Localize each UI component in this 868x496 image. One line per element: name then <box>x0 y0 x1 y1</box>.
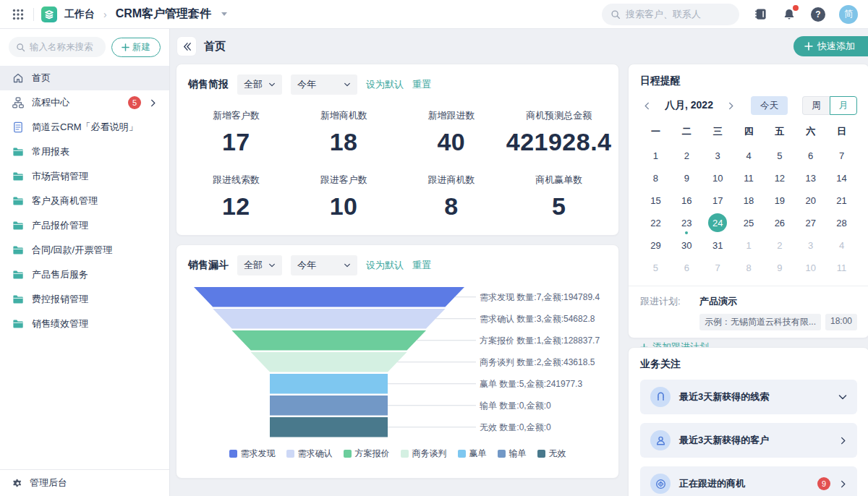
calendar-day[interactable]: 11 <box>733 168 765 187</box>
sidebar-search-input[interactable]: 输入名称来搜索 <box>9 37 106 57</box>
week-toggle-button[interactable]: 周 <box>802 96 830 115</box>
sidebar-item-performance[interactable]: 销售绩效管理 <box>0 312 169 336</box>
sidebar-item-after-sales[interactable]: 产品售后服务 <box>0 262 169 287</box>
calendar-day[interactable]: 6 <box>671 258 702 277</box>
sidebar-item-marketing[interactable]: 市场营销管理 <box>0 164 169 189</box>
calendar-day[interactable]: 21 <box>826 191 857 210</box>
legend-item[interactable]: 需求确认 <box>286 448 333 460</box>
admin-backend-button[interactable]: 管理后台 <box>0 469 169 496</box>
calendar-day[interactable]: 20 <box>795 191 826 210</box>
global-search-input[interactable]: 搜索客户、联系人 <box>602 4 739 25</box>
notifications-bell-icon[interactable] <box>781 7 797 22</box>
sidebar-item-expense[interactable]: 费控报销管理 <box>0 287 169 312</box>
stat-value: 8 <box>398 192 506 221</box>
calendar-day[interactable]: 27 <box>795 213 826 232</box>
calendar-day[interactable]: 1 <box>640 146 671 165</box>
legend-item[interactable]: 无效 <box>537 448 566 460</box>
legend-label: 输单 <box>509 448 527 460</box>
calendar-day[interactable]: 3 <box>702 146 733 165</box>
calendar-day[interactable]: 19 <box>764 191 795 210</box>
calendar-day[interactable]: 23 <box>671 213 702 232</box>
app-title[interactable]: CRM客户管理套件 <box>116 7 211 22</box>
calendar-day[interactable]: 10 <box>795 258 826 277</box>
calendar-day[interactable]: 15 <box>640 191 671 210</box>
quick-add-button[interactable]: 快速添加 <box>793 36 868 56</box>
calendar-day[interactable]: 4 <box>733 146 765 165</box>
sidebar-item-home[interactable]: 首页 <box>0 66 169 90</box>
app-title-caret-icon[interactable] <box>221 12 227 16</box>
help-icon[interactable]: ? <box>810 7 826 22</box>
plan-title[interactable]: 产品演示 <box>699 295 857 308</box>
calendar-day[interactable]: 10 <box>702 168 733 187</box>
calendar-day[interactable]: 18 <box>733 191 765 210</box>
legend-item[interactable]: 赢单 <box>458 448 487 460</box>
plan-company-pill[interactable]: 示例：无锡简道云科技有限... <box>699 314 821 330</box>
legend-item[interactable]: 商务谈判 <box>401 448 447 460</box>
sales-brief-scope-select[interactable]: 全部 <box>237 74 282 95</box>
calendar-day[interactable]: 25 <box>733 213 765 232</box>
stat-value: 18 <box>290 128 398 156</box>
calendar-day[interactable]: 8 <box>733 258 765 277</box>
weekday-header: 一 <box>640 125 671 142</box>
calendar-day[interactable]: 5 <box>640 258 671 277</box>
app-grid-icon[interactable] <box>10 7 26 22</box>
calendar-day[interactable]: 9 <box>671 168 702 187</box>
legend-item[interactable]: 输单 <box>498 448 527 460</box>
workspace-label[interactable]: 工作台 <box>64 8 95 21</box>
calendar-day[interactable]: 17 <box>702 191 733 210</box>
calendar-next-icon[interactable] <box>725 99 738 112</box>
calendar-day[interactable]: 30 <box>671 236 702 255</box>
calendar-day[interactable]: 26 <box>764 213 795 232</box>
sidebar-item-contract-invoice[interactable]: 合同/回款/开票管理 <box>0 238 169 262</box>
jiandaoyun-logo-icon[interactable] <box>41 7 57 22</box>
sales-brief-period-select[interactable]: 今年 <box>291 74 357 95</box>
calendar-day[interactable]: 16 <box>671 191 702 210</box>
calendar-day[interactable]: 7 <box>826 146 857 165</box>
calendar-day[interactable]: 24 <box>702 213 733 232</box>
legend-item[interactable]: 方案报价 <box>344 448 390 460</box>
calendar-day[interactable]: 28 <box>826 213 857 232</box>
legend-item[interactable]: 需求发现 <box>229 448 276 460</box>
calendar-prev-icon[interactable] <box>640 99 653 112</box>
calendar-day[interactable]: 9 <box>764 258 795 277</box>
topbar-right: 搜索客户、联系人 ? 简 <box>602 4 858 25</box>
sidebar-item-customer-opportunity[interactable]: 客户及商机管理 <box>0 189 169 213</box>
calendar-day[interactable]: 6 <box>795 146 826 165</box>
sidebar-item-crm-guide[interactable]: 简道云CRM「必看说明」 <box>0 115 169 140</box>
sales-funnel-reset-link[interactable]: 重置 <box>412 259 431 272</box>
sidebar-item-product-quote[interactable]: 产品报价管理 <box>0 213 169 238</box>
focus-item-new-leads[interactable]: 最近3天新获得的线索 <box>640 380 857 414</box>
user-avatar[interactable]: 简 <box>839 5 858 24</box>
calendar-day[interactable]: 4 <box>826 236 857 255</box>
calendar-day[interactable]: 12 <box>764 168 795 187</box>
month-toggle-button[interactable]: 月 <box>830 96 857 115</box>
funnel-chart: 需求发现 数量:7,金额:194789.4需求确认 数量:3,金额:54682.… <box>188 287 608 440</box>
calendar-day[interactable]: 5 <box>764 146 795 165</box>
sales-funnel-set-default-link[interactable]: 设为默认 <box>366 259 404 272</box>
calendar-day[interactable]: 22 <box>640 213 671 232</box>
today-button[interactable]: 今天 <box>751 96 788 115</box>
calendar-day[interactable]: 11 <box>826 258 857 277</box>
calendar-day[interactable]: 13 <box>795 168 826 187</box>
sidebar-item-label: 产品报价管理 <box>32 219 157 232</box>
calendar-day[interactable]: 2 <box>671 146 702 165</box>
sidebar-item-process-center[interactable]: 流程中心5 <box>0 90 169 115</box>
create-new-button[interactable]: 新建 <box>111 38 161 57</box>
sales-brief-reset-link[interactable]: 重置 <box>412 78 431 91</box>
sales-funnel-scope-select[interactable]: 全部 <box>237 255 282 275</box>
calendar-day[interactable]: 1 <box>733 236 765 255</box>
calendar-day[interactable]: 2 <box>764 236 795 255</box>
calendar-day[interactable]: 3 <box>795 236 826 255</box>
collapse-sidebar-icon[interactable] <box>177 37 196 56</box>
calendar-day[interactable]: 29 <box>640 236 671 255</box>
sidebar-item-common-reports[interactable]: 常用报表 <box>0 140 169 164</box>
calendar-day[interactable]: 8 <box>640 168 671 187</box>
calendar-day[interactable]: 31 <box>702 236 733 255</box>
focus-item-following-opportunities[interactable]: 正在跟进的商机9 <box>640 466 857 496</box>
sales-funnel-period-select[interactable]: 今年 <box>291 255 357 275</box>
address-book-icon[interactable] <box>752 7 768 22</box>
focus-item-new-customers[interactable]: 最近3天新获得的客户 <box>640 423 857 458</box>
calendar-day[interactable]: 7 <box>702 258 733 277</box>
calendar-day[interactable]: 14 <box>826 168 857 187</box>
sales-brief-set-default-link[interactable]: 设为默认 <box>366 78 404 91</box>
